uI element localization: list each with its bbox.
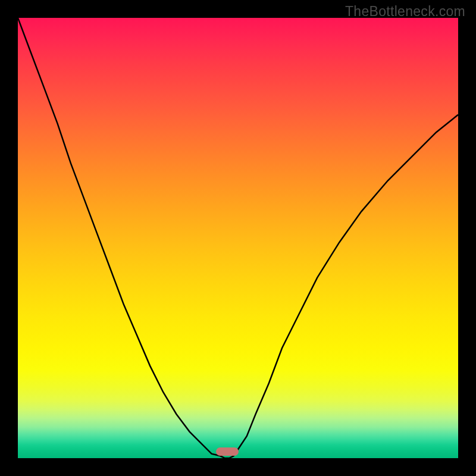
bottleneck-curve [18,18,458,458]
chart-plot-area [18,18,458,458]
watermark-text: TheBottleneck.com [345,4,465,20]
optimal-point-marker [216,447,239,456]
curve-svg [18,18,458,458]
